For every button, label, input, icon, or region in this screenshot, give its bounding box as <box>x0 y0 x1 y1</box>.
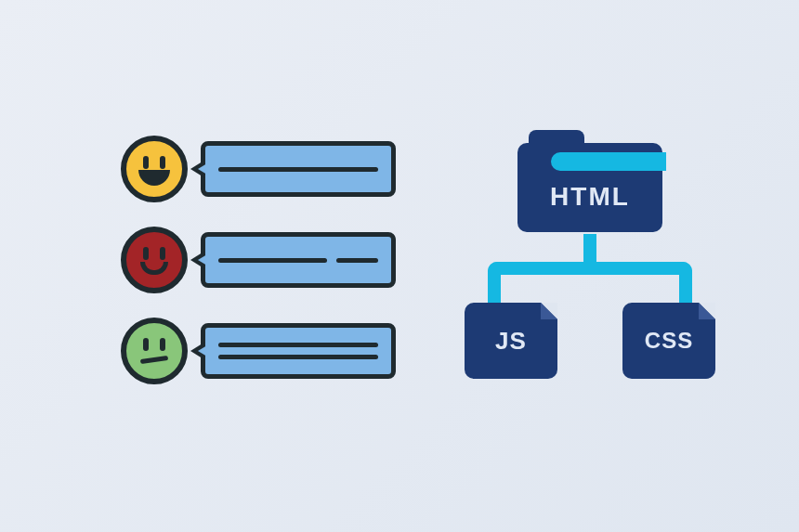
feedback-row-meh <box>121 317 437 385</box>
html-folder-icon: HTML <box>517 130 662 232</box>
js-file-icon: JS <box>465 303 557 379</box>
css-file-icon: CSS <box>622 303 715 379</box>
js-label: JS <box>495 327 527 356</box>
html-label: HTML <box>517 182 662 212</box>
css-label: CSS <box>645 328 693 354</box>
happy-face-icon <box>121 136 188 202</box>
tech-children: JS CSS <box>465 303 715 379</box>
meh-face-icon <box>121 318 188 384</box>
feedback-row-happy <box>121 135 437 203</box>
illustration-canvas: HTML JS CSS <box>0 0 799 532</box>
speech-bubble <box>201 323 396 379</box>
feedback-row-smile <box>121 226 437 294</box>
speech-bubble <box>201 232 396 288</box>
speech-bubble <box>201 141 396 197</box>
smile-face-icon <box>121 227 188 293</box>
tree-connector-icon <box>488 234 692 306</box>
tech-tree: HTML JS CSS <box>455 130 725 379</box>
feedback-column <box>121 135 437 408</box>
